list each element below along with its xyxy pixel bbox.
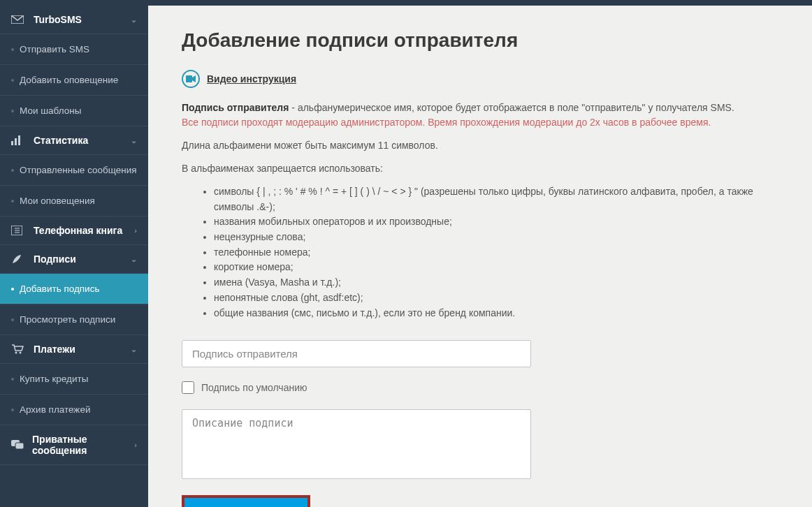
chevron-down-icon: ⌄ xyxy=(131,15,137,24)
nav-section-подписи[interactable]: Подписи⌄ xyxy=(0,245,148,273)
nav-section-label: Подписи xyxy=(34,254,76,265)
rule-item: символы { | , ; : % ' # % ! ^ = + [ ] ( … xyxy=(214,184,784,214)
svg-rect-2 xyxy=(15,138,17,145)
default-signature-label[interactable]: Подпись по умолчанию xyxy=(201,382,307,393)
svg-rect-12 xyxy=(186,75,192,82)
length-note: Длина альфаимени может быть максимум 11 … xyxy=(182,138,784,153)
rule-item: нецензурные слова; xyxy=(214,230,784,245)
chevron-down-icon: ⌄ xyxy=(131,345,137,354)
nav-section-label: TurboSMS xyxy=(34,14,82,25)
description-rest: - альфанумерическое имя, которое будет о… xyxy=(289,102,734,113)
chevron-down-icon: ⌄ xyxy=(131,255,137,264)
top-bar xyxy=(0,0,812,6)
nav-section-платежи[interactable]: Платежи⌄ xyxy=(0,335,148,363)
video-icon xyxy=(182,70,200,88)
rules-intro: В альфаименах запрещается использовать: xyxy=(182,161,784,176)
nav-section-label: Приватные сообщения xyxy=(32,434,134,456)
svg-rect-3 xyxy=(18,135,20,145)
chart-icon xyxy=(11,135,27,145)
book-icon xyxy=(11,226,27,235)
nav-item[interactable]: Мои шаблоны xyxy=(0,95,148,126)
main-content: Добавление подписи отправителя Видео инс… xyxy=(148,0,812,507)
svg-point-9 xyxy=(20,352,22,354)
nav-section-label: Статистика xyxy=(34,135,88,146)
rule-item: имена (Vasya, Masha и т.д.); xyxy=(214,275,784,291)
rule-item: непонятные слова (ght, asdf:etc); xyxy=(214,291,784,306)
nav-section-телефонная-книга[interactable]: Телефонная книга› xyxy=(0,216,148,244)
cart-icon xyxy=(11,344,27,354)
chevron-right-icon: › xyxy=(134,441,137,449)
description-text: Подпись отправителя - альфанумерическое … xyxy=(182,101,784,115)
nav-item[interactable]: Добавить оповещение xyxy=(0,64,148,95)
rules-list: символы { | , ; : % ' # % ! ^ = + [ ] ( … xyxy=(214,184,784,321)
nav-section-label: Телефонная книга xyxy=(34,225,122,236)
feather-icon xyxy=(11,254,27,265)
rule-item: общие названия (смс, письмо и т.д.), есл… xyxy=(214,306,784,321)
nav-item[interactable]: Отправить SMS xyxy=(0,34,148,64)
svg-point-8 xyxy=(15,352,17,354)
chevron-down-icon: ⌄ xyxy=(131,136,137,145)
nav-section-приватные-сообщения[interactable]: Приватные сообщения› xyxy=(0,425,148,464)
svg-rect-11 xyxy=(15,443,24,449)
description-bold: Подпись отправителя xyxy=(182,102,289,113)
add-signature-button[interactable]: Добавить подпись xyxy=(184,498,307,507)
sidebar: TurboSMS⌄Отправить SMSДобавить оповещени… xyxy=(0,0,148,507)
nav-item[interactable]: Архив платежей xyxy=(0,394,148,425)
video-instruction-row: Видео инструкция xyxy=(182,70,784,88)
chevron-right-icon: › xyxy=(134,226,137,235)
nav-item[interactable]: Отправленные сообщения xyxy=(0,154,148,185)
moderation-warning: Все подписи проходят модерацию администр… xyxy=(182,115,784,130)
nav-item[interactable]: Мои оповещения xyxy=(0,185,148,216)
page-title: Добавление подписи отправителя xyxy=(182,29,784,52)
signature-description-textarea[interactable] xyxy=(182,409,531,479)
envelope-icon xyxy=(11,15,27,24)
default-signature-checkbox[interactable] xyxy=(182,381,194,394)
rule-item: короткие номера; xyxy=(214,260,784,275)
chat-icon xyxy=(11,440,25,450)
nav-item[interactable]: Купить кредиты xyxy=(0,363,148,394)
nav-section-label: Платежи xyxy=(34,344,75,355)
nav-item[interactable]: Просмотреть подписи xyxy=(0,304,148,335)
rule-item: телефонные номера; xyxy=(214,245,784,260)
sender-signature-input[interactable] xyxy=(182,340,531,367)
nav-section-статистика[interactable]: Статистика⌄ xyxy=(0,126,148,154)
nav-item[interactable]: Добавить подпись xyxy=(0,273,148,304)
rule-item: названия мобильных операторов и их произ… xyxy=(214,214,784,230)
video-instruction-link[interactable]: Видео инструкция xyxy=(207,73,296,84)
svg-rect-1 xyxy=(11,141,13,145)
nav-section-turbosms[interactable]: TurboSMS⌄ xyxy=(0,6,148,34)
submit-highlight: Добавить подпись xyxy=(182,495,310,507)
